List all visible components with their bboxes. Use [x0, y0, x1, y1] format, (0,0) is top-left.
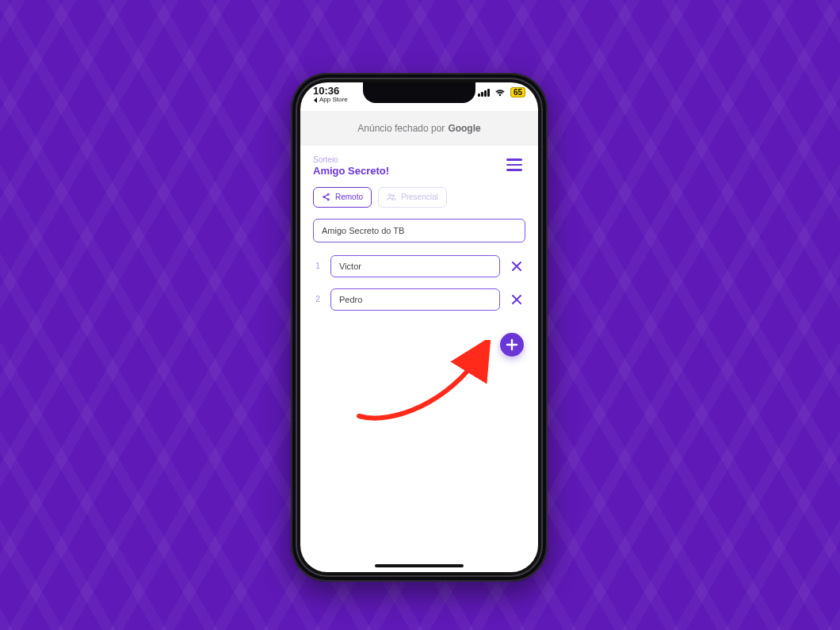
svg-point-6 — [392, 195, 394, 197]
close-icon — [511, 261, 522, 272]
participants-list: 1 Victor 2 — [313, 255, 525, 311]
battery-badge: 65 — [510, 87, 525, 97]
participant-name: Victor — [339, 262, 361, 271]
remove-participant-button[interactable] — [508, 258, 525, 275]
mode-presencial-label: Presencial — [401, 193, 438, 201]
status-left: 10:36 App Store — [313, 86, 348, 103]
header-kicker: Sorteio — [313, 155, 389, 165]
participant-name-input[interactable]: Victor — [330, 255, 500, 277]
app-header: Sorteio Amigo Secreto! — [313, 155, 525, 178]
people-icon — [387, 193, 396, 201]
phone-notch — [363, 82, 475, 103]
mode-remote-button[interactable]: Remoto — [313, 187, 372, 208]
ad-brand: Google — [448, 123, 480, 134]
back-label: App Store — [319, 97, 348, 103]
status-right: 65 — [478, 87, 525, 97]
ad-prefix: Anúncio fechado por — [357, 123, 445, 134]
wifi-icon — [494, 89, 506, 97]
app-content: Sorteio Amigo Secreto! — [300, 146, 538, 572]
header-title: Amigo Secreto! — [313, 165, 389, 178]
add-participant-button[interactable] — [500, 333, 524, 357]
cell-signal-icon — [478, 89, 490, 97]
row-index: 1 — [313, 262, 323, 270]
ad-closed-banner: Anúncio fechado por Google — [300, 111, 538, 146]
mode-presencial-button[interactable]: Presencial — [378, 187, 447, 208]
app-titles: Sorteio Amigo Secreto! — [313, 155, 389, 178]
participant-row: 2 Pedro — [313, 288, 525, 311]
stage: 10:36 App Store — [0, 0, 840, 630]
svg-point-5 — [389, 194, 391, 197]
svg-line-4 — [325, 197, 328, 199]
mode-toggle: Remoto Presencial — [313, 187, 525, 208]
phone-screen: 10:36 App Store — [300, 82, 538, 572]
participant-row: 1 Victor — [313, 255, 525, 277]
menu-button[interactable] — [503, 155, 525, 174]
svg-line-3 — [325, 195, 328, 197]
group-name-value: Amigo Secreto do TB — [322, 226, 404, 235]
close-icon — [511, 294, 522, 305]
back-to-appstore[interactable]: App Store — [313, 97, 348, 103]
phone-frame: 10:36 App Store — [291, 73, 548, 582]
mode-remote-label: Remoto — [335, 193, 363, 201]
home-indicator — [375, 564, 464, 567]
back-caret-icon — [313, 97, 318, 103]
share-icon — [322, 193, 330, 201]
group-name-input[interactable]: Amigo Secreto do TB — [313, 219, 525, 242]
phone-inner-frame: 10:36 App Store — [296, 78, 543, 577]
annotation-arrow — [348, 340, 498, 427]
plus-icon — [506, 338, 518, 351]
row-index: 2 — [313, 295, 323, 304]
participant-name-input[interactable]: Pedro — [330, 288, 500, 311]
remove-participant-button[interactable] — [508, 291, 525, 308]
status-time: 10:36 — [313, 86, 348, 96]
menu-icon — [506, 158, 522, 161]
participant-name: Pedro — [339, 295, 362, 304]
